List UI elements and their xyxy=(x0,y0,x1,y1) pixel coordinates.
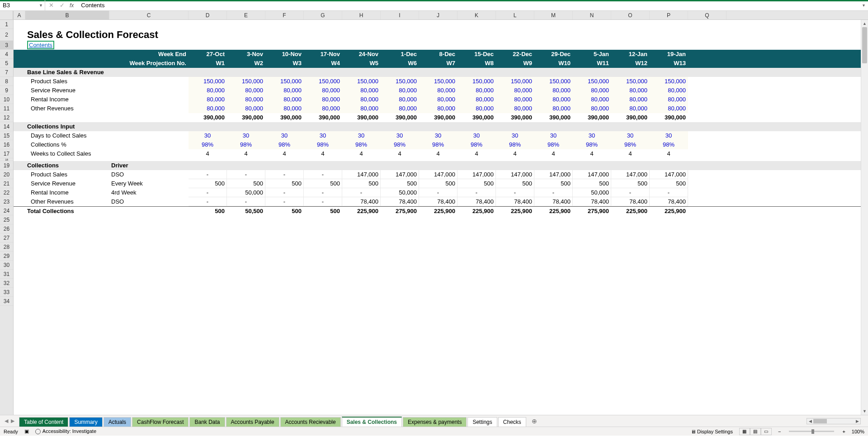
cell[interactable]: 150,000 xyxy=(458,77,496,86)
cell[interactable]: 80,000 xyxy=(496,86,534,95)
cell[interactable]: 4rd Week xyxy=(109,188,189,197)
cell[interactable]: 78,400 xyxy=(342,197,381,206)
cell[interactable]: 27-Oct xyxy=(189,50,227,59)
column-header[interactable]: K xyxy=(458,11,496,19)
cell[interactable]: 98% xyxy=(265,140,304,149)
cell[interactable]: 80,000 xyxy=(304,104,342,113)
cell[interactable]: 12-Jan xyxy=(611,50,650,59)
cell[interactable]: 78,400 xyxy=(381,197,419,206)
name-box[interactable]: B3 ▼ xyxy=(0,0,45,10)
cell[interactable]: 80,000 xyxy=(189,86,227,95)
cell[interactable]: 30 xyxy=(611,131,650,140)
cell[interactable]: 30 xyxy=(650,131,688,140)
cell[interactable] xyxy=(496,161,534,170)
column-header[interactable]: Q xyxy=(688,11,726,19)
row-header[interactable]: 24 xyxy=(0,206,13,215)
cell[interactable]: 98% xyxy=(534,140,573,149)
cell[interactable]: 30 xyxy=(265,131,304,140)
cell[interactable] xyxy=(688,68,726,77)
cell[interactable]: 78,400 xyxy=(419,197,458,206)
cell[interactable]: - xyxy=(304,170,342,179)
row-header[interactable]: 26 xyxy=(0,224,13,233)
cell[interactable] xyxy=(688,188,726,197)
cell[interactable]: - xyxy=(227,170,265,179)
cell[interactable]: 80,000 xyxy=(189,104,227,113)
cell[interactable]: 80,000 xyxy=(419,104,458,113)
cell[interactable]: 80,000 xyxy=(534,86,573,95)
row-header[interactable]: 16 xyxy=(0,140,13,149)
cell[interactable]: 80,000 xyxy=(534,104,573,113)
cell[interactable]: 147,000 xyxy=(458,170,496,179)
cell[interactable]: 500 xyxy=(265,207,304,215)
cell[interactable]: 80,000 xyxy=(496,95,534,104)
cell[interactable]: - xyxy=(304,188,342,197)
cell[interactable] xyxy=(109,207,189,215)
cell[interactable]: - xyxy=(189,188,227,197)
row-header[interactable]: 14 xyxy=(0,122,13,131)
cell[interactable] xyxy=(109,104,189,113)
scroll-up-icon[interactable]: ▲ xyxy=(861,20,868,27)
cell[interactable]: 98% xyxy=(496,140,534,149)
cell[interactable]: - xyxy=(419,188,458,197)
cell[interactable] xyxy=(14,140,25,149)
cell[interactable]: 500 xyxy=(650,179,688,188)
contents-link[interactable]: Contents xyxy=(25,41,109,50)
cell[interactable] xyxy=(650,161,688,170)
cell[interactable]: 80,000 xyxy=(496,104,534,113)
cell[interactable]: 80,000 xyxy=(304,95,342,104)
cell[interactable]: 150,000 xyxy=(381,77,419,86)
cell[interactable]: 147,000 xyxy=(342,170,381,179)
column-header[interactable]: J xyxy=(419,11,458,19)
cell[interactable]: W4 xyxy=(304,59,342,68)
column-header[interactable]: I xyxy=(381,11,419,19)
row-header[interactable]: 3 xyxy=(0,41,13,50)
cell[interactable] xyxy=(458,161,496,170)
cell[interactable]: 500 xyxy=(304,207,342,215)
row-header[interactable]: 7 xyxy=(0,68,13,77)
cell[interactable]: 17-Nov xyxy=(304,50,342,59)
cell[interactable]: 275,900 xyxy=(573,207,611,215)
cell[interactable]: - xyxy=(611,188,650,197)
cell[interactable] xyxy=(611,161,650,170)
cell[interactable]: Rental Income xyxy=(25,188,109,197)
cell[interactable]: 98% xyxy=(419,140,458,149)
cell[interactable] xyxy=(458,68,496,77)
cell[interactable] xyxy=(650,122,688,131)
cell[interactable]: 147,000 xyxy=(650,170,688,179)
cells-area[interactable]: Sales & Collection ForecastContentsWeek … xyxy=(14,20,868,306)
cell[interactable] xyxy=(342,122,381,131)
cell[interactable]: 78,400 xyxy=(496,197,534,206)
cell[interactable] xyxy=(109,95,189,104)
cell[interactable]: 80,000 xyxy=(650,95,688,104)
row-header[interactable]: 28 xyxy=(0,242,13,252)
cell[interactable]: 500 xyxy=(419,179,458,188)
row-header[interactable]: 11 xyxy=(0,104,13,113)
column-header[interactable]: A xyxy=(14,11,25,19)
cell[interactable]: Total Collections xyxy=(25,207,109,215)
cell[interactable]: Week End xyxy=(25,50,189,59)
cell[interactable]: 390,000 xyxy=(458,113,496,122)
cell[interactable]: 275,900 xyxy=(381,207,419,215)
cell[interactable] xyxy=(458,122,496,131)
column-header[interactable]: P xyxy=(650,11,688,19)
cell[interactable]: - xyxy=(304,197,342,206)
cell[interactable]: 98% xyxy=(227,140,265,149)
cell[interactable]: W2 xyxy=(227,59,265,68)
row-header[interactable]: 22 xyxy=(0,188,13,197)
cell[interactable]: Rental Income xyxy=(25,95,109,104)
cell[interactable]: 80,000 xyxy=(650,104,688,113)
cell[interactable] xyxy=(109,68,189,77)
cell[interactable]: 390,000 xyxy=(304,113,342,122)
cell[interactable] xyxy=(14,188,25,197)
cell[interactable]: W1 xyxy=(189,59,227,68)
cell[interactable] xyxy=(342,161,381,170)
column-header[interactable]: O xyxy=(611,11,650,19)
cell[interactable]: 4 xyxy=(304,149,342,158)
cell[interactable]: 390,000 xyxy=(381,113,419,122)
chevron-down-icon[interactable]: ▼ xyxy=(39,3,43,8)
column-header[interactable]: N xyxy=(573,11,611,19)
cell[interactable]: 30 xyxy=(534,131,573,140)
cell[interactable]: 4 xyxy=(342,149,381,158)
cell[interactable] xyxy=(381,68,419,77)
cell[interactable]: 80,000 xyxy=(419,95,458,104)
